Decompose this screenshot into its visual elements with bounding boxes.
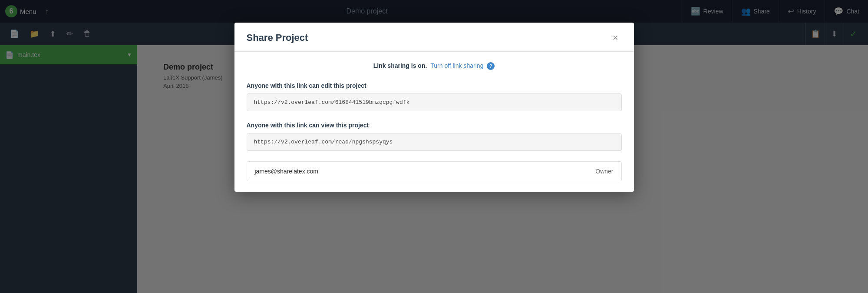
edit-link-label: Anyone with this link can edit this proj… [247,82,622,89]
edit-link-section: Anyone with this link can edit this proj… [247,82,622,111]
view-link-section: Anyone with this link can view this proj… [247,122,622,151]
view-link-label: Anyone with this link can view this proj… [247,122,622,129]
link-sharing-status: Link sharing is on. Turn off link sharin… [247,62,622,70]
collaborator-email: james@sharelatex.com [255,168,319,175]
link-sharing-status-text: Link sharing is on. [373,62,427,69]
modal-header: Share Project × [234,23,634,52]
turn-off-link-sharing-button[interactable]: Turn off link sharing [430,62,483,69]
collaborators-section: james@sharelatex.com Owner [247,161,622,181]
collaborator-row: james@sharelatex.com Owner [247,162,621,181]
modal-title: Share Project [247,32,308,43]
edit-link-input[interactable] [247,93,622,111]
view-link-input[interactable] [247,133,622,151]
modal-overlay: Share Project × Link sharing is on. Turn… [0,0,868,293]
modal-body: Link sharing is on. Turn off link sharin… [234,52,634,192]
help-icon[interactable]: ? [487,62,495,70]
share-project-modal: Share Project × Link sharing is on. Turn… [234,23,634,192]
modal-close-button[interactable]: × [609,31,622,44]
collaborator-role: Owner [595,168,613,175]
